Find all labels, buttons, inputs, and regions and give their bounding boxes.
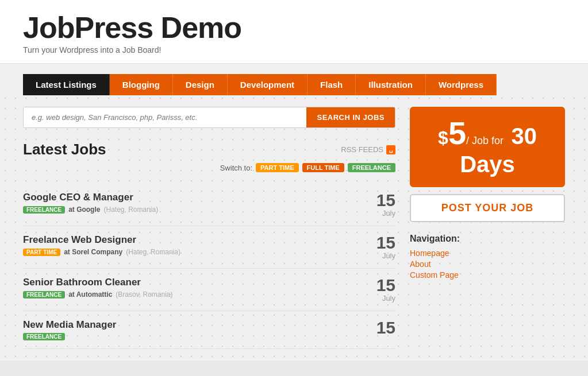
job-title[interactable]: Senior Bathroom Cleaner	[23, 277, 173, 288]
job-item: Google CEO & Manager FREELANCE at Google…	[23, 184, 395, 226]
nav-item-illustration[interactable]: Illustration	[356, 74, 426, 95]
site-header: JobPress Demo Turn your Wordpress into a…	[0, 0, 588, 64]
job-meta: FREELANCE at Google (Hateg, Romania)	[23, 206, 158, 214]
switch-bar: Switch to: PART TIME FULL TIME FREELANCE	[23, 163, 395, 172]
promo-per-label: / Job for	[466, 135, 504, 146]
promo-box: $5/ Job for 30 Days	[410, 107, 565, 187]
nav-link-homepage[interactable]: Homepage	[410, 249, 565, 258]
search-input[interactable]	[24, 107, 306, 127]
nav-item-latest-listings[interactable]: Latest Listings	[23, 74, 110, 95]
job-left-2: Senior Bathroom Cleaner FREELANCE at Aut…	[23, 277, 173, 299]
nav-link-about[interactable]: About	[410, 259, 565, 269]
promo-days: 30 Days	[460, 123, 537, 177]
post-job-button[interactable]: POST YOUR JOB	[410, 194, 565, 222]
badge-freelance[interactable]: FREELANCE	[348, 163, 395, 172]
job-meta: FREELANCE	[23, 333, 117, 340]
nav-item-wordpress[interactable]: Wordpress	[426, 74, 497, 95]
main-content: SEARCH IN JOBS Latest Jobs RSS FEEDS ␣ S…	[0, 95, 588, 361]
job-left-1: Freelance Web Designer PART TIME at Sore…	[23, 234, 180, 256]
nav-item-flash[interactable]: Flash	[308, 74, 356, 95]
nav-item-design[interactable]: Design	[173, 74, 228, 95]
job-type-badge: FREELANCE	[23, 291, 65, 299]
job-meta: FREELANCE at Automattic (Brasov, Romania…	[23, 290, 173, 299]
nav-item-blogging[interactable]: Blogging	[110, 74, 173, 95]
job-location: (Brasov, Romania)	[116, 290, 172, 299]
company-name: at Sorel Company	[64, 248, 122, 256]
job-date: 15 July	[376, 277, 395, 303]
job-date: 15	[376, 319, 395, 336]
date-day: 15	[376, 234, 395, 251]
left-column: SEARCH IN JOBS Latest Jobs RSS FEEDS ␣ S…	[23, 107, 395, 349]
job-type-badge: FREELANCE	[23, 333, 65, 340]
switch-label: Switch to:	[220, 164, 252, 172]
nav-link-custom-page[interactable]: Custom Page	[410, 270, 565, 280]
job-date: 15 July	[376, 234, 395, 260]
job-title[interactable]: Google CEO & Manager	[23, 192, 158, 203]
job-item: Freelance Web Designer PART TIME at Sore…	[23, 226, 395, 269]
site-title: JobPress Demo	[23, 11, 565, 44]
rss-icon: ␣	[386, 145, 395, 154]
date-month: July	[376, 294, 395, 303]
nav-widget-title: Navigation:	[410, 234, 565, 244]
job-item: New Media Manager FREELANCE 15	[23, 311, 395, 349]
job-left-3: New Media Manager FREELANCE	[23, 319, 117, 340]
date-month: July	[376, 251, 395, 260]
date-day: 15	[376, 192, 395, 209]
search-button[interactable]: SEARCH IN JOBS	[306, 107, 395, 127]
rss-label: RSS FEEDS	[341, 145, 383, 154]
date-day: 15	[376, 277, 395, 294]
nav-bar: Latest ListingsBloggingDesignDevelopment…	[0, 64, 588, 95]
company-name: at Google	[68, 206, 100, 214]
nav-widget: Navigation: HomepageAboutCustom Page	[410, 234, 565, 280]
job-type-badge: PART TIME	[23, 249, 60, 256]
promo-amount: 5	[448, 115, 466, 151]
search-bar: SEARCH IN JOBS	[23, 107, 395, 128]
badge-parttime[interactable]: PART TIME	[256, 163, 298, 172]
section-header: Latest Jobs RSS FEEDS ␣	[23, 141, 395, 158]
rss-link[interactable]: RSS FEEDS ␣	[341, 145, 395, 154]
date-month: July	[376, 209, 395, 218]
site-subtitle: Turn your Wordpress into a Job Board!	[23, 45, 565, 55]
job-title[interactable]: Freelance Web Designer	[23, 234, 180, 246]
job-date: 15 July	[376, 192, 395, 218]
promo-currency: $	[438, 127, 448, 148]
job-item: Senior Bathroom Cleaner FREELANCE at Aut…	[23, 269, 395, 311]
promo-price: $5/ Job for 30 Days	[420, 117, 555, 177]
job-list: Google CEO & Manager FREELANCE at Google…	[23, 184, 395, 349]
nav-item-development[interactable]: Development	[228, 74, 308, 95]
nav-links: HomepageAboutCustom Page	[410, 249, 565, 280]
post-job-label: POST YOUR JOB	[418, 202, 557, 214]
badge-fulltime[interactable]: FULL TIME	[302, 163, 344, 172]
nav-bar-inner: Latest ListingsBloggingDesignDevelopment…	[23, 74, 497, 95]
date-day: 15	[376, 319, 395, 336]
job-left-0: Google CEO & Manager FREELANCE at Google…	[23, 192, 158, 214]
job-meta: PART TIME at Sorel Company (Hateg, Roman…	[23, 248, 180, 256]
company-name: at Automattic	[68, 290, 112, 299]
job-type-badge: FREELANCE	[23, 206, 65, 214]
section-title: Latest Jobs	[23, 141, 106, 158]
job-location: (Hateg, Romania)	[103, 206, 158, 214]
right-column: $5/ Job for 30 Days POST YOUR JOB Naviga…	[410, 107, 565, 349]
job-location: (Hateg, Romania)	[126, 248, 180, 256]
job-title[interactable]: New Media Manager	[23, 319, 117, 331]
